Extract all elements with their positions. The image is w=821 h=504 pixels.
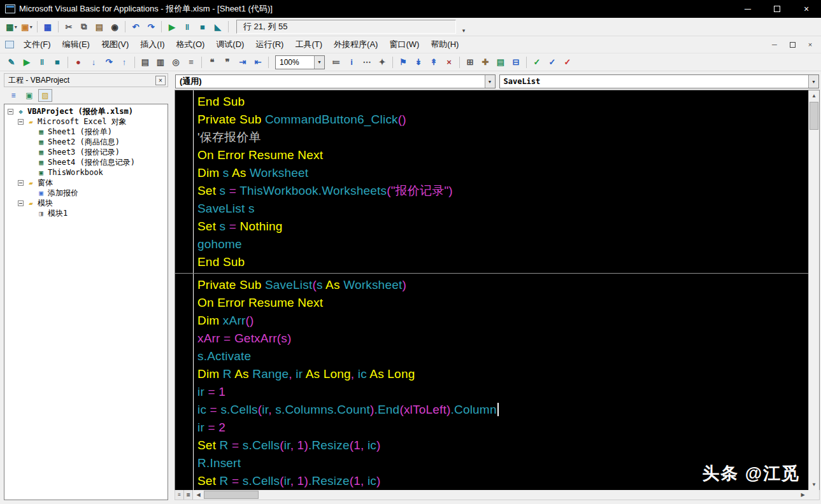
tree-item[interactable]: ▦Sheet2 (商品信息) [6, 137, 168, 147]
code-lines[interactable]: End SubPrivate Sub CommandButton6_Click(… [175, 90, 808, 490]
horizontal-scrollbar[interactable]: ≡ ≣ ◀ ▶ [175, 490, 820, 500]
format-check-green-button[interactable]: ✓ [529, 55, 545, 69]
code-line[interactable]: End Sub [175, 253, 808, 271]
code-line[interactable]: Private Sub SaveList(s As Worksheet) [175, 276, 808, 294]
full-module-view-button[interactable]: ≣ [184, 490, 193, 500]
menu-item-外接程序A[interactable]: 外接程序(A) [328, 36, 383, 53]
code-line[interactable]: s.Activate [175, 347, 808, 365]
design-mode-button[interactable]: ◣ [210, 20, 225, 34]
view-microsoft-excel-button[interactable]: ▦▾ [4, 20, 19, 34]
tree-item[interactable]: ▦Sheet1 (报价单) [6, 127, 168, 137]
complete-word-button[interactable]: ✦ [375, 55, 390, 69]
paste-button[interactable]: ▤ [92, 20, 107, 34]
step-out-button[interactable]: ↑ [117, 55, 132, 69]
menu-item-文件F[interactable]: 文件(F) [18, 36, 57, 53]
maximize-button[interactable] [762, 0, 792, 18]
collapse-expander-icon[interactable] [18, 119, 24, 125]
format-check-red-button[interactable]: ✓ [560, 55, 575, 69]
collapse-expander-icon[interactable] [18, 200, 24, 206]
scroll-up-button[interactable]: ▲ [809, 90, 819, 101]
copy-button[interactable]: ⧉ [76, 20, 92, 34]
tree-item[interactable]: ▣ThisWorkbook [6, 167, 168, 178]
comment-block-button[interactable]: ❝ [204, 55, 220, 69]
project-tree[interactable]: ❖VBAProject (报价单.xlsm)▰Microsoft Excel 对… [4, 104, 168, 500]
code-line[interactable]: End Sub [175, 93, 808, 111]
close-button[interactable]: × [792, 0, 821, 18]
scroll-right-button[interactable]: ▶ [797, 490, 808, 500]
vertical-scrollbar-thumb[interactable] [810, 102, 818, 130]
tree-item[interactable]: ▦Sheet3 (报价记录) [6, 147, 168, 157]
quick-info-button[interactable]: i [344, 55, 359, 69]
outdent-button[interactable]: ⇤ [250, 55, 266, 69]
step-over-button[interactable]: ↷ [101, 55, 117, 69]
collapse-expander-icon[interactable] [18, 180, 24, 186]
run-button-2[interactable]: ▶ [19, 55, 34, 69]
tree-item[interactable]: ▰Microsoft Excel 对象 [6, 116, 168, 127]
tree-item[interactable]: ▰窗体 [6, 178, 168, 188]
watch-window-button[interactable]: ◎ [168, 55, 183, 69]
object-browser-button[interactable]: ⊞ [462, 55, 478, 69]
tree-item[interactable]: ▰模块 [6, 198, 168, 208]
tree-item[interactable]: ◨模块1 [6, 208, 168, 218]
step-into-button[interactable]: ↓ [86, 55, 101, 69]
properties-window-button[interactable]: ▤ [493, 55, 508, 69]
code-line[interactable]: Set s = Nothing [175, 218, 808, 235]
design-mode-button-2[interactable]: ✎ [4, 55, 19, 69]
code-line[interactable]: Private Sub CommandButton6_Click() [175, 111, 808, 129]
code-line[interactable]: Set s = ThisWorkbook.Worksheets("报价记录") [175, 182, 808, 200]
tree-item[interactable]: ▦Sheet4 (报价信息记录) [6, 157, 168, 167]
next-bookmark-button[interactable]: ↡ [411, 55, 426, 69]
view-code-button[interactable]: ≡ [6, 89, 20, 102]
mdi-minimize-button[interactable]: ─ [770, 40, 779, 49]
uncomment-block-button[interactable]: ❞ [220, 55, 235, 69]
panel-splitter[interactable] [168, 73, 175, 504]
project-explorer-button[interactable]: ⊟ [508, 55, 524, 69]
save-button[interactable]: ▦ [40, 20, 55, 34]
menu-item-窗口W[interactable]: 窗口(W) [383, 36, 425, 53]
menu-item-插入I[interactable]: 插入(I) [134, 36, 170, 53]
format-check-blue-button[interactable]: ✓ [545, 55, 560, 69]
code-line[interactable]: gohome [175, 235, 808, 253]
code-line[interactable]: ic = s.Cells(ir, s.Columns.Count).End(xl… [175, 401, 808, 419]
code-line[interactable]: On Error Resume Next [175, 294, 808, 312]
procedure-view-button[interactable]: ≡ [175, 490, 184, 500]
list-properties-button[interactable]: ≔ [329, 55, 344, 69]
menu-item-调试D[interactable]: 调试(D) [210, 36, 250, 53]
run-button[interactable]: ▶ [164, 20, 180, 34]
zoom-dropdown[interactable]: 100% [275, 55, 325, 69]
clear-bookmarks-button[interactable]: × [441, 55, 457, 69]
code-line[interactable]: Dim s As Worksheet [175, 164, 808, 182]
procedure-dropdown[interactable]: SaveList [499, 74, 820, 88]
code-line[interactable]: On Error Resume Next [175, 146, 808, 164]
break-button-2[interactable]: ‖ [34, 55, 50, 69]
code-line[interactable]: '保存报价单 [175, 129, 808, 146]
mdi-restore-button[interactable] [788, 40, 797, 49]
mdi-close-button[interactable]: × [806, 40, 815, 49]
horizontal-scrollbar-thumb[interactable] [204, 491, 259, 499]
toolbar-options-button[interactable]: ▾ [459, 20, 469, 34]
redo-button[interactable]: ↷ [143, 20, 159, 34]
tree-item[interactable]: ❖VBAProject (报价单.xlsm) [6, 106, 168, 116]
parameter-info-button[interactable]: ⋯ [359, 55, 375, 69]
code-line[interactable]: ir = 2 [175, 419, 808, 437]
immediate-window-button[interactable]: ▥ [153, 55, 168, 69]
reset-button-2[interactable]: ■ [50, 55, 65, 69]
toggle-bookmark-button[interactable]: ⚑ [396, 55, 411, 69]
previous-bookmark-button[interactable]: ↟ [426, 55, 441, 69]
code-line[interactable]: SaveList s [175, 200, 808, 218]
code-line[interactable]: Set R = s.Cells(ir, 1).Resize(1, ic) [175, 437, 808, 454]
cut-button[interactable]: ✂ [61, 20, 76, 34]
toggle-folders-button[interactable]: ▨ [38, 89, 52, 102]
insert-userform-button[interactable]: ▣▾ [19, 20, 34, 34]
code-line[interactable]: xArr = GetxArr(s) [175, 330, 808, 347]
code-editor[interactable]: End SubPrivate Sub CommandButton6_Click(… [175, 90, 820, 490]
menu-item-帮助H[interactable]: 帮助(H) [425, 36, 464, 53]
undo-button[interactable]: ↶ [128, 20, 143, 34]
menu-item-运行R[interactable]: 运行(R) [250, 36, 289, 53]
chevron-down-icon[interactable] [314, 56, 324, 69]
chevron-down-icon[interactable] [485, 75, 495, 88]
minimize-button[interactable]: ─ [733, 0, 762, 18]
code-line[interactable]: ir = 1 [175, 383, 808, 401]
menu-item-工具T[interactable]: 工具(T) [289, 36, 328, 53]
chevron-down-icon[interactable] [808, 75, 818, 88]
